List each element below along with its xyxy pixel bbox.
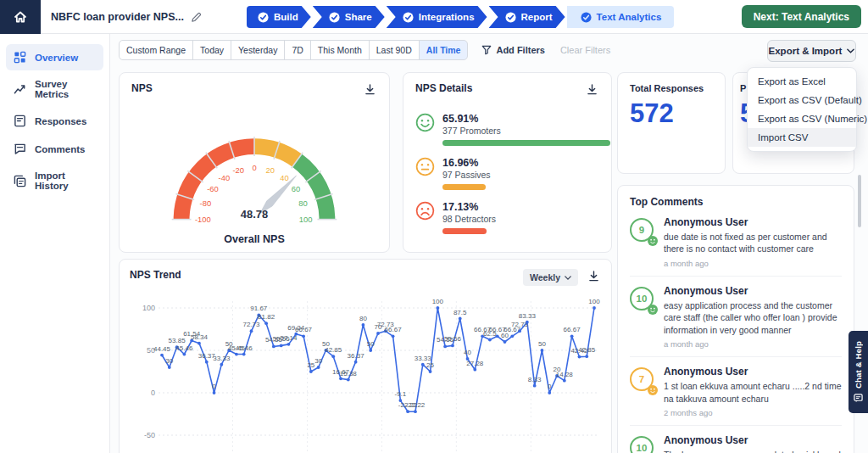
svg-text:72.73: 72.73 [243, 321, 261, 328]
trend-period-select[interactable]: Weekly [523, 269, 578, 286]
menu-item-import-csv[interactable]: Import CSV [748, 128, 856, 147]
nps-trend-card: NPS Trend Weekly 100500-5044.453053.8545… [119, 259, 612, 453]
download-icon [364, 84, 376, 95]
svg-text:42.85: 42.85 [578, 346, 596, 354]
svg-text:40: 40 [280, 173, 288, 182]
chat-icon [854, 394, 863, 403]
sidebar-item-import-history[interactable]: Import History [6, 164, 103, 198]
sidebar-item-label: Import History [35, 171, 96, 191]
smiley-badge-icon [648, 305, 658, 315]
comment-author: Anonymous User [664, 285, 842, 297]
detail-count-label: 377 Promoters [442, 126, 610, 136]
comment-body: Anonymous User1 st loan ekkuva amount ec… [664, 366, 842, 417]
svg-text:0: 0 [212, 383, 216, 390]
step-label: Text Analytics [597, 12, 662, 22]
svg-text:20: 20 [265, 165, 274, 175]
step-label: Report [521, 12, 553, 22]
svg-text:-22.22: -22.22 [406, 401, 426, 409]
smiley-badge-icon [648, 236, 658, 246]
chat-help-label: Chat & Help [854, 341, 863, 389]
svg-text:87.5: 87.5 [453, 309, 467, 316]
home-button[interactable] [0, 0, 41, 34]
comment-time: a month ago [664, 259, 842, 268]
nps-details-card: NPS Details 65.91%377 Promoters16.96%97 … [403, 72, 612, 253]
svg-text:100: 100 [299, 215, 313, 224]
report-sidebar: OverviewSurvey MetricsResponsesCommentsI… [0, 34, 110, 453]
svg-text:0: 0 [151, 389, 155, 397]
detail-count-label: 98 Detractors [442, 214, 610, 224]
download-trend-button[interactable] [587, 269, 601, 286]
detail-bar-track [442, 184, 610, 190]
funnel-icon [481, 45, 492, 55]
step-report[interactable]: Report [489, 6, 565, 28]
comment-item: 10Anonymous UserThe loan process was com… [630, 426, 842, 453]
comment-text: The loan process was completed quickly a… [664, 449, 842, 453]
comment-text: due date is not fixed as per customer an… [664, 231, 842, 255]
svg-text:45.46: 45.46 [175, 344, 193, 352]
add-filters-button[interactable]: Add Filters [481, 45, 544, 55]
export-import-menu: Export as ExcelExport as CSV (Default)Ex… [747, 67, 857, 152]
step-build[interactable]: Build [247, 6, 311, 28]
range-custom-range[interactable]: Custom Range [119, 40, 193, 60]
menu-item-export-as-csv-default[interactable]: Export as CSV (Default) [748, 91, 856, 109]
range-all-time[interactable]: All Time [419, 40, 469, 60]
edit-pencil-icon[interactable] [191, 12, 202, 23]
chat-help-tab[interactable]: Chat & Help [849, 331, 868, 413]
svg-text:-100: -100 [195, 215, 211, 224]
smile-face-icon [415, 113, 435, 146]
svg-text:0: 0 [252, 163, 256, 172]
nps-detail-row-promoters: 65.91%377 Promoters [415, 113, 599, 146]
check-circle-icon [403, 12, 414, 23]
svg-text:8.33: 8.33 [528, 376, 542, 383]
next-text-analytics-button[interactable]: Next: Text Analytics [742, 5, 861, 28]
menu-item-export-as-excel[interactable]: Export as Excel [748, 72, 856, 91]
comments-icon [14, 143, 26, 155]
comment-score-badge: 9 [630, 218, 655, 243]
survey-title: NBFC loan provider NPS... [51, 0, 202, 34]
detail-row-body: 17.13%98 Detractors [442, 201, 610, 234]
svg-text:60: 60 [292, 184, 300, 193]
nps-card-title: NPS [131, 82, 153, 94]
svg-text:-20: -20 [232, 165, 244, 175]
svg-text:80: 80 [298, 199, 307, 208]
comment-body: Anonymous Userdue date is not fixed as p… [664, 216, 842, 268]
home-icon [14, 10, 27, 24]
download-nps-details-button[interactable] [585, 82, 599, 99]
nps-trend-chart: 100500-5044.453053.8545.4661.5458.3436.3… [130, 289, 601, 453]
svg-text:-50: -50 [144, 431, 155, 439]
range-today[interactable]: Today [192, 40, 231, 60]
total-responses-title: Total Responses [630, 83, 713, 93]
detail-bar [442, 140, 610, 146]
menu-item-export-as-csv-numeric[interactable]: Export as CSV (Numeric) [748, 109, 856, 128]
range-last-90d[interactable]: Last 90D [369, 40, 420, 60]
nps-gauge: -100-80-60-40-2002040608010048.78 [131, 101, 377, 233]
sidebar-item-comments[interactable]: Comments [6, 136, 103, 162]
top-comments-title: Top Comments [630, 196, 842, 208]
range-this-month[interactable]: This Month [310, 40, 370, 60]
comment-item: 9Anonymous Userdue date is not fixed as … [630, 208, 842, 277]
svg-text:66.67: 66.67 [564, 326, 581, 333]
step-integrations[interactable]: Integrations [387, 6, 487, 28]
range-7d[interactable]: 7D [284, 40, 310, 60]
app-window: NBFC loan provider NPS... BuildShareInte… [0, 0, 868, 453]
step-text-analytics[interactable]: Text Analytics [567, 6, 675, 28]
svg-text:91.67: 91.67 [250, 305, 268, 312]
comment-author: Anonymous User [664, 434, 842, 446]
range-yesterday[interactable]: Yesterday [231, 40, 285, 60]
step-share[interactable]: Share [313, 6, 385, 28]
comments-list: 9Anonymous Userdue date is not fixed as … [630, 208, 842, 453]
sidebar-item-responses[interactable]: Responses [6, 108, 103, 134]
export-import-button[interactable]: Export & Import [767, 40, 856, 62]
svg-text:80: 80 [359, 315, 367, 322]
download-nps-button[interactable] [363, 82, 377, 99]
svg-text:27.28: 27.28 [466, 360, 484, 367]
comment-score-badge: 10 [630, 287, 655, 312]
detail-row-body: 16.96%97 Passives [442, 157, 610, 190]
responses-icon [14, 115, 26, 127]
clear-filters-button[interactable]: Clear Filters [560, 45, 610, 55]
scrollbar-thumb[interactable] [858, 175, 861, 227]
check-circle-icon [581, 12, 592, 23]
sidebar-item-overview[interactable]: Overview [6, 44, 103, 70]
add-filters-label: Add Filters [496, 45, 544, 55]
sidebar-item-survey-metrics[interactable]: Survey Metrics [6, 72, 103, 106]
